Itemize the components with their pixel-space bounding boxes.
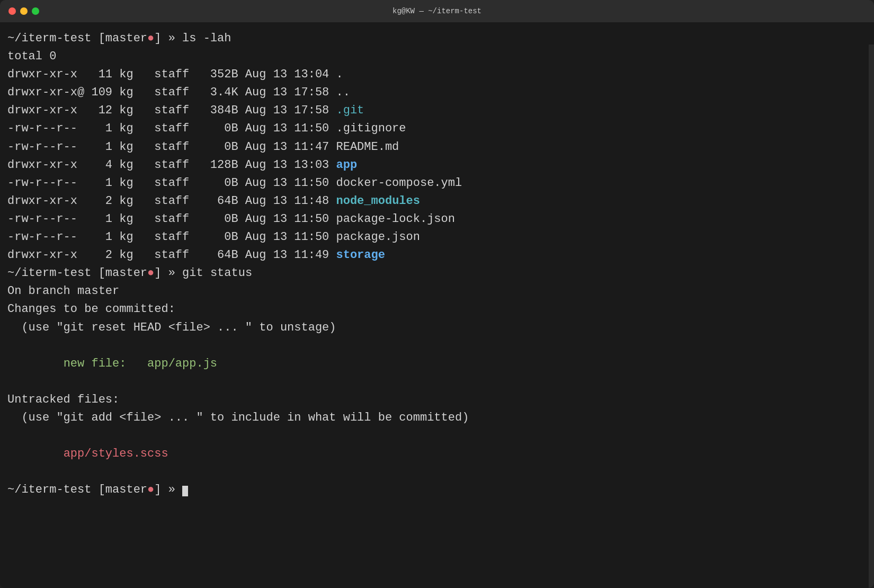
ls-row-6: drwxr-xr-x 4 kg staff 128B Aug 13 13:03 … [7,156,863,174]
window-buttons[interactable] [8,7,39,15]
ls-row-5: -rw-r--r-- 1 kg staff 0B Aug 13 11:47 RE… [7,138,863,156]
window-title: kg@KW — ~/iterm-test [393,7,481,15]
branch-line: On branch master [7,282,863,300]
empty-2 [7,373,863,391]
ls-row-2: drwxr-xr-x@ 109 kg staff 3.4K Aug 13 17:… [7,84,863,102]
terminal-cursor [182,486,188,496]
close-button[interactable] [8,7,16,15]
ls-row-4: -rw-r--r-- 1 kg staff 0B Aug 13 11:50 .g… [7,120,863,138]
ls-row-10: -rw-r--r-- 1 kg staff 0B Aug 13 11:50 pa… [7,228,863,246]
empty-3 [7,427,863,445]
changes-line: Changes to be committed: [7,300,863,318]
hint-add: (use "git add <file> ... " to include in… [7,409,863,427]
command-line-1: ~/iterm-test [master●] » ls -lah [7,30,863,48]
minimize-button[interactable] [20,7,28,15]
maximize-button[interactable] [32,7,39,15]
terminal-content[interactable]: ~/iterm-test [master●] » ls -lah total 0… [0,22,874,588]
total-line: total 0 [7,48,863,66]
staged-file: new file: app/app.js [7,355,863,373]
ls-row-8: drwxr-xr-x 2 kg staff 64B Aug 13 11:48 n… [7,192,863,210]
terminal-window: kg@KW — ~/iterm-test ~/iterm-test [maste… [0,0,874,588]
empty-4 [7,463,863,481]
ls-row-11: drwxr-xr-x 2 kg staff 64B Aug 13 11:49 s… [7,246,863,264]
ls-row-7: -rw-r--r-- 1 kg staff 0B Aug 13 11:50 do… [7,174,863,192]
empty-1 [7,337,863,355]
command-line-2: ~/iterm-test [master●] » git status [7,264,863,282]
ls-row-3: drwxr-xr-x 12 kg staff 384B Aug 13 17:58… [7,102,863,120]
ls-row-9: -rw-r--r-- 1 kg staff 0B Aug 13 11:50 pa… [7,210,863,228]
scrollbar[interactable] [869,44,874,588]
ls-row-1: drwxr-xr-x 11 kg staff 352B Aug 13 13:04… [7,66,863,84]
untracked-header: Untracked files: [7,391,863,409]
titlebar: kg@KW — ~/iterm-test [0,0,874,22]
hint-unstage: (use "git reset HEAD <file> ... " to uns… [7,319,863,337]
untracked-file: app/styles.scss [7,445,863,463]
command-line-3: ~/iterm-test [master●] » [7,481,863,499]
